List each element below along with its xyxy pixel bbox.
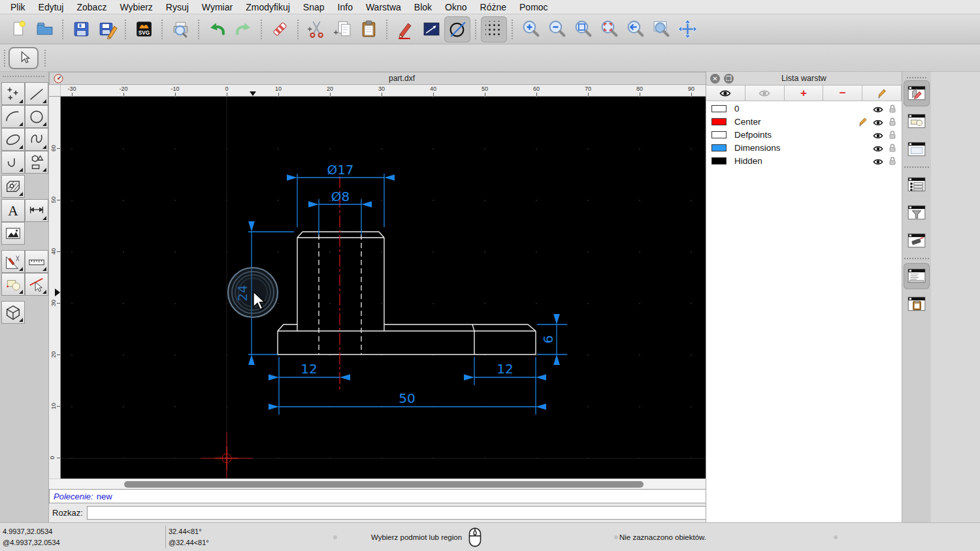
export-svg-button[interactable]: SVG [131, 16, 157, 42]
layer-row-center[interactable]: Center [706, 115, 902, 128]
layer-row-defpoints[interactable]: Defpoints [706, 128, 902, 141]
document-titlebar[interactable]: part.dxf [49, 72, 755, 85]
polyline-tool[interactable] [1, 151, 25, 174]
points-tool[interactable] [1, 82, 25, 105]
part-outline[interactable] [278, 232, 536, 354]
drawing-canvas[interactable]: Ø17 Ø8 24 6 12 12 50 [61, 97, 744, 479]
dock-block-list-button[interactable] [904, 108, 930, 134]
status-led [834, 535, 838, 539]
hide-all-layers-button[interactable] [745, 86, 785, 101]
dock-filter-button[interactable] [904, 200, 930, 226]
show-all-layers-button[interactable] [706, 86, 745, 101]
layer-row-0[interactable]: 0 [706, 102, 902, 115]
command-history[interactable]: Polecenie: new [49, 489, 755, 503]
horizontal-scrollbar-thumb[interactable] [124, 481, 644, 488]
dock-clipboard-button[interactable] [904, 291, 930, 317]
menu-wymiar[interactable]: Wymiar [195, 2, 239, 12]
layer-row-dimensions[interactable]: Dimensions [706, 141, 902, 154]
polygon-tool[interactable] [25, 151, 48, 174]
redo-button[interactable] [230, 16, 256, 42]
ellipse-tool[interactable] [1, 128, 25, 151]
circle-tool[interactable] [25, 105, 48, 128]
lock-icon[interactable] [889, 104, 896, 116]
lock-icon[interactable] [889, 130, 896, 142]
zoom-previous-button[interactable] [622, 16, 648, 42]
menu-okno[interactable]: Okno [438, 2, 473, 12]
menu-zobacz[interactable]: Zobacz [70, 2, 113, 12]
menu-pomoc[interactable]: Pomoc [513, 2, 555, 12]
zoom-auto-button[interactable] [570, 16, 596, 42]
command-input[interactable] [87, 506, 731, 520]
measure-tool[interactable] [25, 250, 48, 273]
draft-mode-button[interactable] [444, 16, 470, 42]
open-file-button[interactable] [31, 16, 57, 42]
dock-layer-list-button[interactable] [904, 80, 930, 106]
blocks-tool[interactable] [1, 273, 25, 296]
menu-warstwa[interactable]: Warstwa [359, 2, 408, 12]
save-as-button[interactable] [94, 16, 120, 42]
eye-icon[interactable] [873, 157, 883, 168]
dock-library-button[interactable] [904, 136, 930, 163]
hatch-tool[interactable] [1, 175, 25, 198]
edit-layer-button[interactable] [862, 86, 902, 101]
cut-button[interactable] [303, 16, 329, 42]
new-document-button[interactable] [5, 16, 31, 42]
image-tool[interactable] [1, 222, 25, 245]
layer-panel-toolbar: + − [706, 86, 902, 101]
delete-eraser-button[interactable] [267, 16, 293, 42]
menu-info[interactable]: Info [331, 2, 359, 12]
dock-pen-tool-button[interactable] [904, 228, 930, 254]
zoom-window-button[interactable] [648, 16, 674, 42]
modify-tool[interactable] [1, 250, 25, 273]
layer-color-swatch[interactable] [711, 131, 727, 138]
layer-color-swatch[interactable] [711, 157, 727, 165]
absolute-polar: 32.44<81° [169, 526, 209, 537]
hruler-label: -30 [67, 86, 76, 92]
undo-button[interactable] [204, 16, 230, 42]
layer-color-swatch[interactable] [711, 144, 727, 151]
solid-3d-tool[interactable] [1, 301, 25, 324]
print-preview-button[interactable] [167, 16, 193, 42]
axis-lines [61, 97, 744, 479]
menu-edytuj[interactable]: Edytuj [32, 2, 71, 12]
delete-tool[interactable] [25, 273, 48, 296]
zoom-pan-button[interactable] [674, 16, 700, 42]
zoom-out-button[interactable] [544, 16, 570, 42]
vruler-tick [57, 200, 60, 200]
lock-icon[interactable] [889, 156, 896, 168]
lock-icon[interactable] [889, 143, 896, 155]
dimension-tool[interactable] [25, 199, 48, 222]
layer-panel-titlebar[interactable]: ✕ ❐ Lista warstw [706, 72, 902, 86]
layer-row-hidden[interactable]: Hidden [706, 154, 902, 167]
paste-button[interactable] [355, 16, 382, 42]
layer-color-swatch[interactable] [711, 105, 727, 112]
layer-color-swatch[interactable] [711, 118, 727, 125]
grid-toggle-button[interactable] [481, 16, 507, 42]
add-layer-button[interactable]: + [785, 86, 824, 101]
attributes-pen-button[interactable] [392, 16, 418, 42]
select-arrow-button[interactable] [8, 47, 39, 69]
menu-rysuj[interactable]: Rysuj [159, 2, 195, 12]
document-title: part.dxf [50, 74, 754, 83]
dimensions[interactable] [248, 174, 567, 415]
menu-zmodyfikuj[interactable]: Zmodyfikuj [239, 2, 297, 12]
text-tool[interactable]: A [1, 199, 25, 222]
horizontal-scrollbar[interactable]: 10 < 100 [49, 479, 755, 489]
save-button[interactable] [68, 16, 94, 42]
spline-tool[interactable] [25, 128, 48, 151]
menu-plik[interactable]: Plik [4, 2, 32, 12]
line-attributes-button[interactable] [418, 16, 444, 42]
menu-blok[interactable]: Blok [408, 2, 438, 12]
remove-layer-button[interactable]: − [823, 86, 862, 101]
zoom-redraw-button[interactable] [596, 16, 622, 42]
zoom-in-button[interactable] [517, 16, 544, 42]
menu-różne[interactable]: Różne [474, 2, 513, 12]
copy-button[interactable] [329, 16, 355, 42]
arc-tool[interactable] [1, 105, 25, 128]
lock-icon[interactable] [889, 117, 896, 129]
dock-command-line-button[interactable] [904, 263, 930, 289]
menu-wybierz[interactable]: Wybierz [113, 2, 159, 12]
line-tool[interactable] [25, 82, 48, 105]
dock-entity-list-button[interactable] [904, 172, 930, 198]
menu-snap[interactable]: Snap [297, 2, 331, 12]
